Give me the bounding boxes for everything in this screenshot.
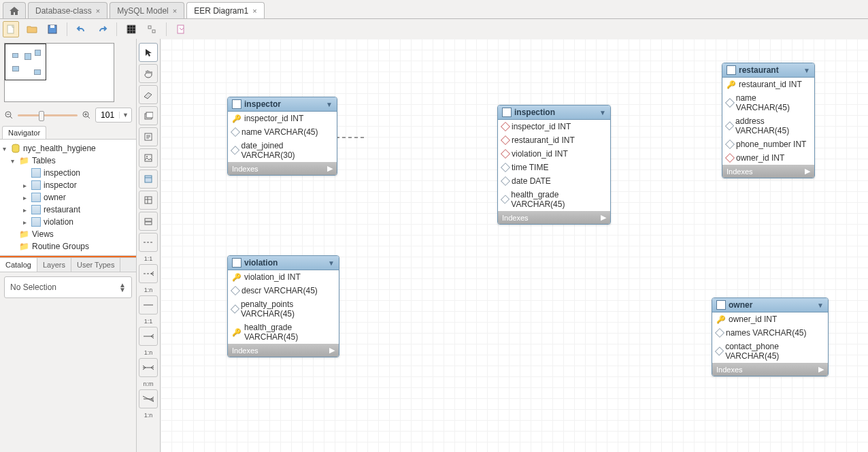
close-icon[interactable]: × <box>252 7 256 15</box>
column-label: date DATE <box>512 176 551 186</box>
entity-restaurant[interactable]: restaurant▼ 🔑restaurant_id INT name VARC… <box>722 63 815 178</box>
fk-icon <box>501 122 510 131</box>
export-button[interactable] <box>173 22 188 37</box>
hand-tool[interactable] <box>139 64 158 83</box>
rel-icon <box>142 239 154 246</box>
navigator-tab[interactable]: Navigator <box>2 126 46 139</box>
palette-label: 1:1 <box>144 255 153 262</box>
grid-toggle-button[interactable] <box>124 22 139 37</box>
layer-tool[interactable] <box>139 106 158 125</box>
eraser-icon <box>143 90 154 99</box>
zoom-input[interactable] <box>96 110 119 120</box>
diagram-canvas[interactable]: inspector▼ 🔑inspector_id INT name VARCHA… <box>161 39 868 452</box>
col-icon <box>725 140 735 149</box>
expand-icon[interactable]: ▶ <box>601 213 606 222</box>
tab-database-class[interactable]: Database-class× <box>28 2 107 18</box>
zoom-slider[interactable] <box>18 114 78 116</box>
undo-button[interactable] <box>74 22 89 37</box>
align-button[interactable] <box>144 22 159 37</box>
save-icon <box>48 25 57 34</box>
rel-nm-tool[interactable] <box>139 358 158 377</box>
image-tool[interactable] <box>139 148 158 167</box>
rel-place-tool[interactable] <box>139 389 158 408</box>
catalog-tab[interactable]: Catalog <box>0 258 37 272</box>
entity-title: owner <box>729 300 752 310</box>
expand-icon[interactable]: ▶ <box>805 167 810 176</box>
grid-icon <box>127 25 136 34</box>
svg-rect-15 <box>145 197 152 204</box>
expand-icon[interactable]: ▶ <box>818 365 824 374</box>
tree-table-owner[interactable]: ▸owner <box>0 191 136 204</box>
fk-icon <box>501 135 510 145</box>
tree-table-restaurant[interactable]: ▸restaurant <box>0 204 136 216</box>
collapse-icon[interactable]: ▼ <box>328 259 335 267</box>
rel-1n-ident-tool[interactable] <box>139 327 158 346</box>
schema-row-tables[interactable]: ▾ 📁 Tables <box>0 155 136 167</box>
collapse-icon[interactable]: ▼ <box>326 101 333 108</box>
tab-mysql-model[interactable]: MySQL Model× <box>110 2 184 18</box>
palette-label: n:m <box>143 381 153 387</box>
open-file-button[interactable] <box>24 22 39 37</box>
close-icon[interactable]: × <box>173 7 177 15</box>
view-tool[interactable] <box>139 191 158 210</box>
table-tool[interactable] <box>139 170 158 189</box>
user-types-tab[interactable]: User Types <box>71 258 120 272</box>
layers-tab[interactable]: Layers <box>37 258 71 272</box>
col-icon <box>231 127 240 137</box>
eraser-tool[interactable] <box>139 85 158 104</box>
col-icon <box>725 98 735 108</box>
pointer-tool[interactable] <box>139 43 158 62</box>
home-tab[interactable] <box>3 2 26 18</box>
col-icon <box>725 121 734 130</box>
tree-table-violation[interactable]: ▸violation <box>0 216 136 228</box>
close-icon[interactable]: × <box>96 7 100 15</box>
zoom-dropdown-icon[interactable]: ▼ <box>119 112 131 118</box>
new-file-button[interactable] <box>3 21 19 37</box>
entity-inspection[interactable]: inspection▼ inspector_id INT restaurant_… <box>497 105 611 225</box>
rel-1n-nonident-tool[interactable] <box>139 264 158 283</box>
collapse-icon[interactable]: ▼ <box>599 109 606 116</box>
table-icon <box>232 258 241 268</box>
tree-table-inspector[interactable]: ▸inspector <box>0 179 136 191</box>
selection-label: No Selection <box>10 282 56 292</box>
selection-combo[interactable]: No Selection ▲▼ <box>4 276 132 298</box>
column-label: owner_id INT <box>736 153 784 163</box>
rel-11-ident-tool[interactable] <box>139 295 158 314</box>
column-label: restaurant_id INT <box>739 80 802 89</box>
tree-table-inspection[interactable]: inspection <box>0 167 136 179</box>
column-label: date_joined VARCHAR(30) <box>241 141 333 160</box>
entity-owner[interactable]: owner▼ 🔑owner_id INT names VARCHAR(45) c… <box>712 297 829 376</box>
zoom-in-icon[interactable] <box>82 110 91 120</box>
collapse-icon[interactable]: ▼ <box>817 302 824 309</box>
zoom-out-icon[interactable] <box>4 110 14 120</box>
slider-handle[interactable] <box>39 111 44 121</box>
table-icon <box>232 99 241 109</box>
minimap[interactable] <box>4 43 114 102</box>
schema-row-db[interactable]: ▾ nyc_health_hygiene <box>0 142 136 155</box>
redo-button[interactable] <box>95 22 110 37</box>
views-label: Views <box>32 229 54 239</box>
hand-icon <box>143 68 154 79</box>
zoom-field[interactable]: ▼ <box>95 108 132 123</box>
tool-palette: 1:1 1:n 1:1 1:n n:m 1:n <box>137 39 161 452</box>
column-label: health_grade VARCHAR(45) <box>511 190 606 209</box>
pk-icon: 🔑 <box>232 114 241 123</box>
entity-violation[interactable]: violation▼ 🔑violation_id INT descr VARCH… <box>227 255 339 357</box>
entity-inspector[interactable]: inspector▼ 🔑inspector_id INT name VARCHA… <box>227 97 337 176</box>
stepper-arrows-icon[interactable]: ▲▼ <box>119 282 126 292</box>
note-tool[interactable] <box>139 127 158 146</box>
schema-row-views[interactable]: 📁 Views <box>0 228 136 240</box>
tree-item-label: inspection <box>44 168 80 178</box>
expand-icon[interactable]: ▶ <box>329 346 335 355</box>
collapse-icon[interactable]: ▼ <box>803 67 810 74</box>
rel-11-nonident-tool[interactable] <box>139 233 158 252</box>
expand-icon[interactable]: ▶ <box>327 164 333 173</box>
col-icon <box>231 146 240 155</box>
schema-row-routines[interactable]: 📁 Routine Groups <box>0 240 136 253</box>
svg-rect-2 <box>50 25 54 28</box>
routine-group-tool[interactable] <box>139 212 158 231</box>
rel-icon <box>142 396 154 402</box>
save-button[interactable] <box>45 22 60 37</box>
align-icon <box>147 25 156 34</box>
tab-eer-diagram[interactable]: EER Diagram1× <box>186 2 264 18</box>
